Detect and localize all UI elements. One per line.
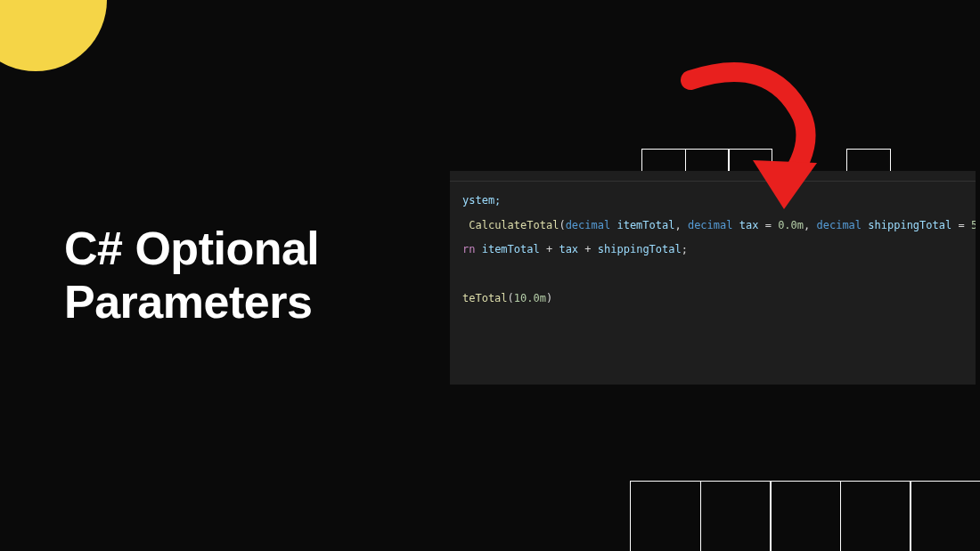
title-line-1: C# Optional — [64, 223, 319, 274]
code-token: tax — [559, 243, 578, 255]
code-token: shippingTotal — [868, 219, 951, 231]
title-line-2: Parameters — [64, 276, 312, 328]
code-token: itemTotal — [482, 243, 540, 255]
yellow-accent-circle — [0, 0, 107, 71]
code-token: rn — [462, 243, 475, 255]
code-line-blank — [462, 263, 976, 288]
code-line-3: rn itemTotal + tax + shippingTotal; — [462, 238, 976, 263]
box — [770, 481, 841, 551]
arrow-icon — [664, 58, 842, 218]
page-title: C# Optional Parameters — [64, 223, 319, 329]
box — [840, 481, 911, 551]
code-line-4: teTotal(10.0m) — [462, 287, 976, 312]
code-token: itemTotal — [617, 219, 674, 231]
code-token: 0.0m — [778, 219, 804, 231]
code-token: 5.0 — [971, 219, 976, 231]
code-token: shippingTotal — [598, 243, 682, 255]
code-token: decimal — [688, 219, 733, 231]
box — [700, 481, 772, 551]
code-token: teTotal — [462, 292, 508, 304]
code-token: 10.0m — [514, 292, 546, 304]
box — [910, 481, 980, 551]
code-token: ystem; — [462, 194, 501, 207]
decorative-boxes-bottom — [630, 481, 980, 551]
code-token: CalculateTotal — [469, 219, 559, 231]
box — [630, 481, 701, 551]
code-token: tax — [739, 219, 759, 231]
code-token: decimal — [566, 219, 611, 231]
code-token: decimal — [816, 219, 862, 231]
